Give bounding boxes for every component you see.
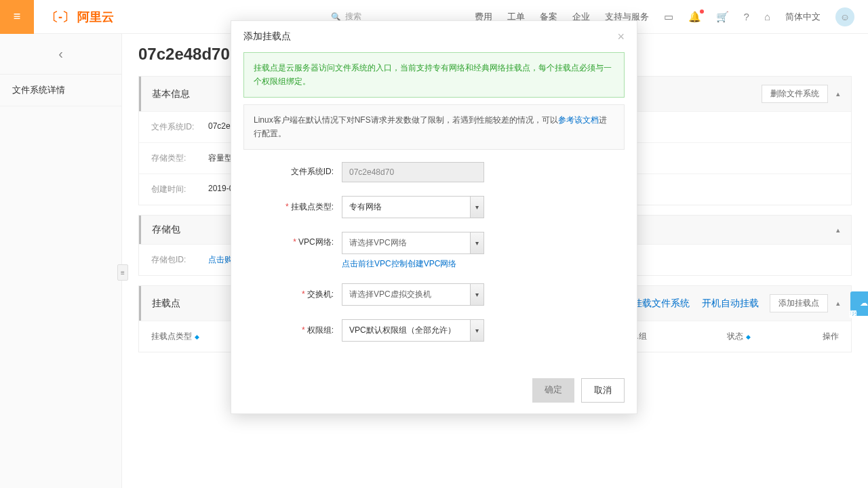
ok-button[interactable]: 确定 <box>532 378 574 403</box>
form-row-fsid: 文件系统ID: 07c2e48d70 <box>243 162 625 182</box>
label-vpc: VPC网络: <box>298 237 334 247</box>
chevron-down-icon: ▾ <box>470 197 484 218</box>
chevron-down-icon: ▾ <box>470 284 484 305</box>
cancel-button[interactable]: 取消 <box>581 378 625 403</box>
doc-link[interactable]: 参考该文档 <box>558 115 599 125</box>
vpc-select[interactable]: 请选择VPC网络 ▾ <box>342 232 484 254</box>
chevron-down-icon: ▾ <box>470 232 484 253</box>
vpc-placeholder: 请选择VPC网络 <box>342 232 470 253</box>
modal-footer: 确定 取消 <box>231 367 637 413</box>
label-switch: 交换机: <box>307 289 334 299</box>
label-type: 挂载点类型: <box>291 202 334 211</box>
modal-mask: 添加挂载点 × 挂载点是云服务器访问文件系统的入口，当前支持专有网络和经典网络挂… <box>0 0 868 488</box>
modal-head: 添加挂载点 × <box>231 21 637 52</box>
fsid-readonly: 07c2e48d70 <box>342 162 484 182</box>
chevron-down-icon: ▾ <box>470 320 484 341</box>
contact-us-tab[interactable]: ☁ 联系我们 <box>850 291 868 316</box>
form-row-group: *权限组: VPC默认权限组（全部允许） ▾ <box>243 319 625 342</box>
alert-success: 挂载点是云服务器访问文件系统的入口，当前支持专有网络和经典网络挂载点，每个挂载点… <box>243 52 625 98</box>
form-row-type: *挂载点类型: 专有网络 ▾ <box>243 196 625 218</box>
label-fsid: 文件系统ID: <box>243 166 342 178</box>
switch-placeholder: 请选择VPC虚拟交换机 <box>342 284 470 305</box>
alert-info: Linux客户端在默认情况下对NFS请求并发数做了限制，若遇到性能较差的情况，可… <box>243 104 625 150</box>
type-select[interactable]: 专有网络 ▾ <box>342 196 484 218</box>
label-group: 权限组: <box>307 325 334 335</box>
switch-select[interactable]: 请选择VPC虚拟交换机 ▾ <box>342 283 484 306</box>
modal-body: 挂载点是云服务器访问文件系统的入口，当前支持专有网络和经典网络挂载点，每个挂载点… <box>231 52 637 367</box>
create-vpc-link[interactable]: 点击前往VPC控制创建VPC网络 <box>342 258 625 270</box>
chat-icon: ☁ <box>860 298 868 308</box>
group-select-value: VPC默认权限组（全部允许） <box>342 320 470 341</box>
group-select[interactable]: VPC默认权限组（全部允许） ▾ <box>342 319 484 342</box>
close-icon[interactable]: × <box>617 30 625 43</box>
form-row-switch: *交换机: 请选择VPC虚拟交换机 ▾ <box>243 283 625 306</box>
type-select-value: 专有网络 <box>342 197 470 218</box>
modal-add-mount: 添加挂载点 × 挂载点是云服务器访问文件系统的入口，当前支持专有网络和经典网络挂… <box>231 20 637 414</box>
modal-title: 添加挂载点 <box>243 30 291 43</box>
form-row-vpc: *VPC网络: 请选择VPC网络 ▾ 点击前往VPC控制创建VPC网络 <box>243 232 625 270</box>
